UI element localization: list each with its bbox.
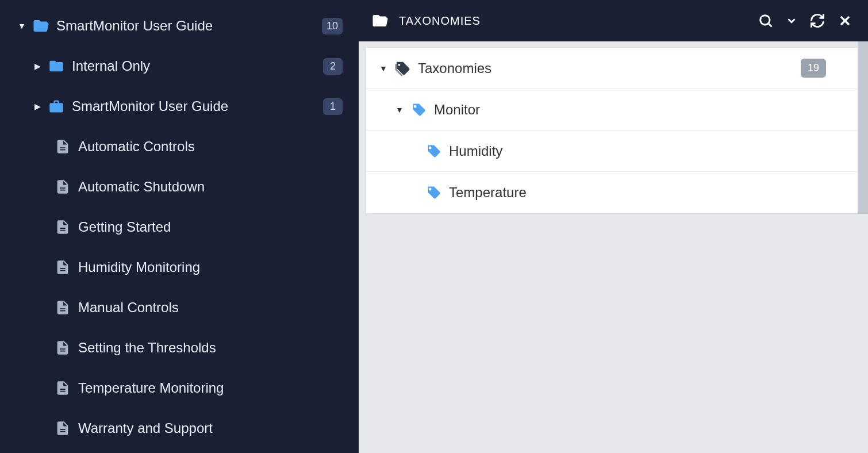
tax-item-temperature[interactable]: Temperature	[366, 172, 861, 213]
tree-item-temperature-monitoring[interactable]: Temperature Monitoring	[0, 368, 359, 408]
tree-item-label: Warranty and Support	[78, 420, 343, 436]
tree-item-automatic-controls[interactable]: Automatic Controls	[0, 126, 359, 167]
chevron-down-icon[interactable]	[785, 14, 798, 27]
tag-icon	[424, 185, 443, 201]
search-icon[interactable]	[758, 13, 774, 29]
panel-actions	[758, 13, 853, 29]
tree-item-label: Temperature Monitoring	[78, 380, 343, 396]
document-icon	[53, 259, 72, 275]
tax-root[interactable]: ▼ Taxonomies 19	[366, 48, 861, 89]
tree-item-humidity-monitoring[interactable]: Humidity Monitoring	[0, 247, 359, 287]
tree-item-getting-started[interactable]: Getting Started	[0, 207, 359, 247]
expand-icon[interactable]: ▶	[32, 102, 43, 111]
briefcase-icon	[47, 98, 66, 114]
tree-item-manual-controls[interactable]: Manual Controls	[0, 287, 359, 328]
document-icon	[53, 380, 72, 396]
document-icon	[53, 420, 72, 436]
document-icon	[53, 179, 72, 195]
document-icon	[53, 340, 72, 356]
tax-item-humidity[interactable]: Humidity	[366, 130, 861, 172]
tree-item-label: Automatic Shutdown	[78, 179, 343, 195]
tree-item-setting-thresholds[interactable]: Setting the Thresholds	[0, 328, 359, 368]
tree-item-label: Setting the Thresholds	[78, 340, 343, 356]
count-badge: 19	[801, 59, 826, 78]
tree-item-label: Getting Started	[78, 219, 343, 235]
tree-item-label: Automatic Controls	[78, 139, 343, 155]
folder-icon	[47, 58, 66, 74]
tree-root-label: SmartMonitor User Guide	[56, 18, 322, 34]
collapse-icon[interactable]: ▼	[394, 105, 405, 114]
svg-point-0	[761, 16, 770, 25]
tree-item-internal-only[interactable]: ▶ Internal Only 2	[0, 46, 359, 86]
sidebar: ▼ SmartMonitor User Guide 10 ▶ Internal …	[0, 0, 359, 453]
refresh-icon[interactable]	[809, 13, 825, 29]
count-badge: 1	[323, 98, 343, 115]
expand-icon[interactable]: ▶	[32, 62, 43, 71]
panel-body: ▼ Taxonomies 19 ▼ Monitor Humidity	[359, 41, 868, 214]
collapse-icon[interactable]: ▼	[378, 64, 389, 73]
tax-group-label: Monitor	[434, 102, 826, 118]
close-icon[interactable]	[837, 13, 853, 29]
tax-item-label: Humidity	[449, 143, 826, 159]
tag-icon	[424, 143, 443, 159]
tags-icon	[393, 60, 412, 77]
tree-item-label: Humidity Monitoring	[78, 259, 343, 275]
scrollbar[interactable]	[858, 41, 868, 214]
main-panel: TAXONOMIES ▼ Taxonomies 1	[359, 0, 868, 453]
panel-header: TAXONOMIES	[359, 0, 868, 41]
panel-title: TAXONOMIES	[399, 14, 481, 28]
document-icon	[53, 139, 72, 155]
tag-icon	[409, 102, 428, 118]
tax-item-label: Temperature	[449, 185, 826, 201]
tree-item-label: SmartMonitor User Guide	[72, 98, 323, 114]
tax-group-monitor[interactable]: ▼ Monitor	[366, 89, 861, 130]
count-badge: 10	[322, 18, 343, 34]
tree-root-smartmonitor[interactable]: ▼ SmartMonitor User Guide 10	[0, 6, 359, 46]
tax-root-label: Taxonomies	[418, 60, 801, 76]
document-icon	[53, 219, 72, 235]
taxonomies-list: ▼ Taxonomies 19 ▼ Monitor Humidity	[366, 47, 861, 214]
tree-item-smartmonitor-guide[interactable]: ▶ SmartMonitor User Guide 1	[0, 86, 359, 126]
folder-open-icon	[31, 17, 51, 34]
tree-item-label: Manual Controls	[78, 300, 343, 316]
count-badge: 2	[323, 58, 343, 75]
document-icon	[53, 300, 72, 316]
collapse-icon[interactable]: ▼	[16, 21, 28, 30]
tree-item-label: Internal Only	[72, 58, 323, 74]
tree-item-automatic-shutdown[interactable]: Automatic Shutdown	[0, 167, 359, 207]
tree-item-warranty-support[interactable]: Warranty and Support	[0, 408, 359, 448]
folder-open-icon	[370, 12, 390, 29]
